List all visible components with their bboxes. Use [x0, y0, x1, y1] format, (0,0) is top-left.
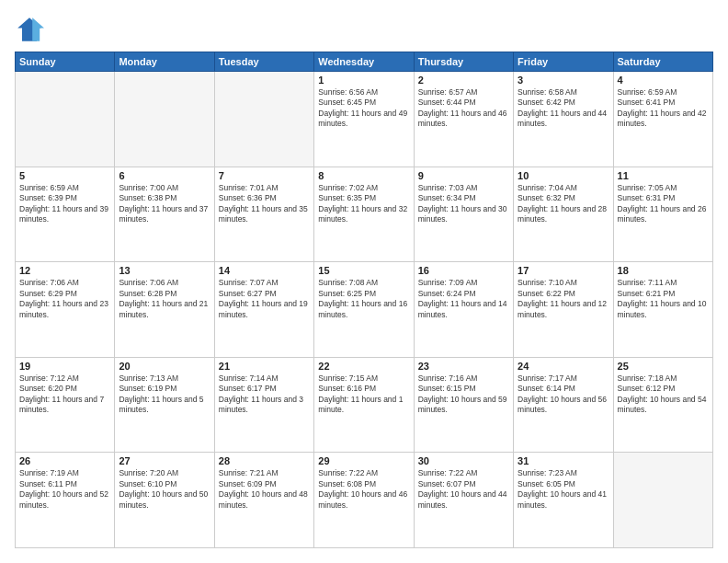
calendar-cell: 27Sunrise: 7:20 AM Sunset: 6:10 PM Dayli… [115, 453, 214, 548]
calendar-cell: 6Sunrise: 7:00 AM Sunset: 6:38 PM Daylig… [115, 167, 214, 262]
cell-info: Sunrise: 7:20 AM Sunset: 6:10 PM Dayligh… [119, 468, 210, 511]
calendar-cell: 9Sunrise: 7:03 AM Sunset: 6:34 PM Daylig… [414, 167, 513, 262]
calendar: SundayMondayTuesdayWednesdayThursdayFrid… [15, 52, 713, 548]
cell-info: Sunrise: 7:08 AM Sunset: 6:25 PM Dayligh… [318, 278, 409, 320]
day-number: 3 [518, 75, 609, 86]
cell-info: Sunrise: 7:19 AM Sunset: 6:11 PM Dayligh… [19, 468, 110, 511]
day-number: 26 [19, 455, 110, 466]
day-number: 12 [19, 265, 110, 276]
cell-info: Sunrise: 7:01 AM Sunset: 6:36 PM Dayligh… [219, 183, 310, 225]
calendar-cell: 4Sunrise: 6:59 AM Sunset: 6:41 PM Daylig… [613, 72, 712, 167]
calendar-cell: 18Sunrise: 7:11 AM Sunset: 6:21 PM Dayli… [613, 262, 712, 358]
cell-info: Sunrise: 6:59 AM Sunset: 6:39 PM Dayligh… [19, 183, 110, 225]
calendar-cell: 3Sunrise: 6:58 AM Sunset: 6:42 PM Daylig… [514, 72, 613, 167]
day-header-wednesday: Wednesday [314, 52, 414, 72]
cell-info: Sunrise: 7:09 AM Sunset: 6:24 PM Dayligh… [418, 278, 509, 320]
cell-info: Sunrise: 6:58 AM Sunset: 6:42 PM Dayligh… [518, 87, 609, 130]
cell-info: Sunrise: 7:18 AM Sunset: 6:12 PM Dayligh… [618, 373, 709, 416]
cell-info: Sunrise: 6:56 AM Sunset: 6:45 PM Dayligh… [318, 87, 409, 130]
day-number: 7 [219, 170, 310, 181]
cell-info: Sunrise: 7:12 AM Sunset: 6:20 PM Dayligh… [19, 373, 110, 416]
calendar-cell [115, 72, 214, 167]
calendar-cell: 24Sunrise: 7:17 AM Sunset: 6:14 PM Dayli… [514, 357, 613, 453]
day-number: 11 [618, 170, 709, 181]
calendar-cell: 7Sunrise: 7:01 AM Sunset: 6:36 PM Daylig… [214, 167, 313, 262]
day-number: 25 [618, 361, 709, 372]
day-number: 2 [418, 75, 509, 86]
calendar-cell: 22Sunrise: 7:15 AM Sunset: 6:16 PM Dayli… [314, 357, 414, 453]
day-number: 29 [318, 455, 409, 466]
cell-info: Sunrise: 7:21 AM Sunset: 6:09 PM Dayligh… [219, 468, 310, 511]
week-row-3: 12Sunrise: 7:06 AM Sunset: 6:29 PM Dayli… [16, 262, 713, 358]
day-number: 6 [119, 170, 210, 181]
cell-info: Sunrise: 7:06 AM Sunset: 6:29 PM Dayligh… [19, 278, 110, 320]
day-header-monday: Monday [115, 52, 214, 72]
calendar-cell: 1Sunrise: 6:56 AM Sunset: 6:45 PM Daylig… [314, 72, 414, 167]
svg-marker-1 [32, 17, 44, 41]
cell-info: Sunrise: 7:07 AM Sunset: 6:27 PM Dayligh… [219, 278, 310, 320]
calendar-cell: 21Sunrise: 7:14 AM Sunset: 6:17 PM Dayli… [214, 357, 313, 453]
day-number: 4 [618, 75, 709, 86]
calendar-cell: 23Sunrise: 7:16 AM Sunset: 6:15 PM Dayli… [414, 357, 513, 453]
day-number: 28 [219, 455, 310, 466]
day-number: 16 [418, 265, 509, 276]
calendar-cell: 15Sunrise: 7:08 AM Sunset: 6:25 PM Dayli… [314, 262, 414, 358]
day-number: 1 [318, 75, 409, 86]
week-row-1: 1Sunrise: 6:56 AM Sunset: 6:45 PM Daylig… [16, 72, 713, 167]
day-number: 24 [518, 361, 609, 372]
calendar-cell [214, 72, 313, 167]
day-number: 21 [219, 361, 310, 372]
cell-info: Sunrise: 7:11 AM Sunset: 6:21 PM Dayligh… [618, 278, 709, 320]
logo-icon [15, 15, 44, 44]
day-number: 13 [119, 265, 210, 276]
cell-info: Sunrise: 7:03 AM Sunset: 6:34 PM Dayligh… [418, 183, 509, 225]
day-header-sunday: Sunday [16, 52, 115, 72]
day-number: 5 [19, 170, 110, 181]
calendar-cell: 26Sunrise: 7:19 AM Sunset: 6:11 PM Dayli… [16, 453, 115, 548]
calendar-cell: 10Sunrise: 7:04 AM Sunset: 6:32 PM Dayli… [514, 167, 613, 262]
calendar-cell: 14Sunrise: 7:07 AM Sunset: 6:27 PM Dayli… [214, 262, 313, 358]
calendar-cell: 2Sunrise: 6:57 AM Sunset: 6:44 PM Daylig… [414, 72, 513, 167]
header [15, 15, 713, 44]
week-row-5: 26Sunrise: 7:19 AM Sunset: 6:11 PM Dayli… [16, 453, 713, 548]
week-row-2: 5Sunrise: 6:59 AM Sunset: 6:39 PM Daylig… [16, 167, 713, 262]
cell-info: Sunrise: 7:10 AM Sunset: 6:22 PM Dayligh… [518, 278, 609, 320]
cell-info: Sunrise: 7:05 AM Sunset: 6:31 PM Dayligh… [618, 183, 709, 225]
calendar-cell: 25Sunrise: 7:18 AM Sunset: 6:12 PM Dayli… [613, 357, 712, 453]
day-header-friday: Friday [514, 52, 613, 72]
calendar-cell: 8Sunrise: 7:02 AM Sunset: 6:35 PM Daylig… [314, 167, 414, 262]
page: SundayMondayTuesdayWednesdayThursdayFrid… [0, 0, 728, 563]
cell-info: Sunrise: 7:14 AM Sunset: 6:17 PM Dayligh… [219, 373, 310, 416]
day-number: 22 [318, 361, 409, 372]
days-header-row: SundayMondayTuesdayWednesdayThursdayFrid… [16, 52, 713, 72]
day-number: 8 [318, 170, 409, 181]
cell-info: Sunrise: 7:23 AM Sunset: 6:05 PM Dayligh… [518, 468, 609, 511]
calendar-cell: 13Sunrise: 7:06 AM Sunset: 6:28 PM Dayli… [115, 262, 214, 358]
calendar-cell [16, 72, 115, 167]
day-header-tuesday: Tuesday [214, 52, 313, 72]
day-number: 17 [518, 265, 609, 276]
calendar-cell: 19Sunrise: 7:12 AM Sunset: 6:20 PM Dayli… [16, 357, 115, 453]
calendar-cell: 29Sunrise: 7:22 AM Sunset: 6:08 PM Dayli… [314, 453, 414, 548]
day-number: 23 [418, 361, 509, 372]
calendar-cell: 20Sunrise: 7:13 AM Sunset: 6:19 PM Dayli… [115, 357, 214, 453]
cell-info: Sunrise: 7:22 AM Sunset: 6:07 PM Dayligh… [418, 468, 509, 511]
day-header-saturday: Saturday [613, 52, 712, 72]
calendar-cell [613, 453, 712, 548]
day-number: 19 [19, 361, 110, 372]
calendar-cell: 12Sunrise: 7:06 AM Sunset: 6:29 PM Dayli… [16, 262, 115, 358]
calendar-cell: 11Sunrise: 7:05 AM Sunset: 6:31 PM Dayli… [613, 167, 712, 262]
cell-info: Sunrise: 7:02 AM Sunset: 6:35 PM Dayligh… [318, 183, 409, 225]
week-row-4: 19Sunrise: 7:12 AM Sunset: 6:20 PM Dayli… [16, 357, 713, 453]
calendar-cell: 28Sunrise: 7:21 AM Sunset: 6:09 PM Dayli… [214, 453, 313, 548]
day-number: 9 [418, 170, 509, 181]
cell-info: Sunrise: 7:15 AM Sunset: 6:16 PM Dayligh… [318, 373, 409, 416]
day-number: 10 [518, 170, 609, 181]
cell-info: Sunrise: 7:17 AM Sunset: 6:14 PM Dayligh… [518, 373, 609, 416]
calendar-cell: 31Sunrise: 7:23 AM Sunset: 6:05 PM Dayli… [514, 453, 613, 548]
day-header-thursday: Thursday [414, 52, 513, 72]
cell-info: Sunrise: 7:00 AM Sunset: 6:38 PM Dayligh… [119, 183, 210, 225]
day-number: 30 [418, 455, 509, 466]
cell-info: Sunrise: 7:04 AM Sunset: 6:32 PM Dayligh… [518, 183, 609, 225]
cell-info: Sunrise: 6:59 AM Sunset: 6:41 PM Dayligh… [618, 87, 709, 130]
